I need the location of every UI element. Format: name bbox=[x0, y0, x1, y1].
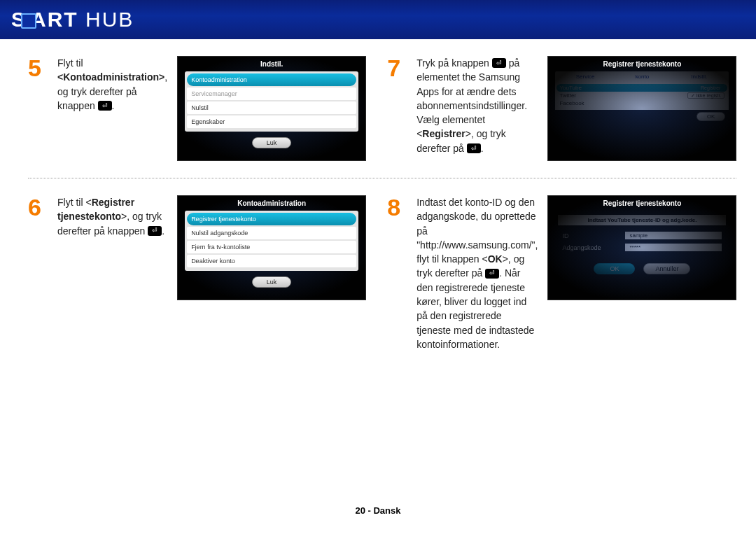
luk-button[interactable]: Luk bbox=[252, 276, 292, 288]
step-8: 8 Indtast det konto-ID og den adgangskod… bbox=[387, 195, 736, 351]
step-text: Flyt til <Kontoadministration>, og tryk … bbox=[57, 56, 167, 113]
step-text: Indtast det konto-ID og den adgangskode,… bbox=[416, 195, 538, 351]
step-5: 5 Flyt til <Kontoadministration>, og try… bbox=[28, 56, 366, 161]
id-label: ID bbox=[562, 232, 625, 239]
ok-button[interactable]: OK bbox=[594, 263, 635, 274]
annuller-button[interactable]: Annuller bbox=[643, 263, 690, 274]
ikke-registr-badge: ✓ Ikke registr. bbox=[687, 92, 725, 99]
step-number: 7 bbox=[387, 56, 407, 80]
dialog-title: Kontoadministration bbox=[178, 196, 365, 209]
step-text: Flyt til <Registrer tjenestekonto>, og t… bbox=[57, 195, 167, 238]
password-field-row: Adgangskode ***** bbox=[548, 241, 736, 253]
step-number: 6 bbox=[28, 195, 48, 219]
table-header: Service konto Indstil. bbox=[555, 71, 729, 82]
registrer-pill[interactable]: Registrer bbox=[696, 85, 724, 91]
menu-list: Kontoadministration Servicemanager Nulst… bbox=[185, 71, 358, 132]
screenshot-indtast-id: Registrer tjenestekonto Indtast YouTube … bbox=[547, 195, 736, 300]
table-row[interactable]: Twitter ✓ Ikke registr. bbox=[556, 92, 727, 99]
menu-item-servicemanager[interactable]: Servicemanager bbox=[187, 87, 356, 100]
logo-block-icon bbox=[21, 13, 36, 29]
step-text: Tryk på knappen ⏎ på elementet the Samsu… bbox=[416, 56, 538, 155]
menu-item-nulstil[interactable]: Nulstil bbox=[187, 101, 356, 114]
enter-button-icon: ⏎ bbox=[467, 143, 481, 153]
table-row[interactable]: YouTube Registrer bbox=[556, 84, 727, 92]
enter-button-icon: ⏎ bbox=[98, 101, 112, 111]
step-7: 7 Tryk på knappen ⏎ på elementet the Sam… bbox=[387, 56, 736, 161]
screenshot-registrer-tjenestekonto: Registrer tjenestekonto Service konto In… bbox=[547, 56, 736, 161]
menu-item-registrer[interactable]: Registrer tjenestekonto bbox=[187, 213, 356, 225]
id-field-row: ID sample bbox=[548, 230, 736, 241]
luk-button[interactable]: Luk bbox=[252, 137, 292, 148]
ok-button[interactable]: OK bbox=[696, 112, 726, 121]
page-title: SART HUB bbox=[11, 8, 134, 31]
menu-list: Registrer tjenestekonto Nulstil adgangsk… bbox=[185, 211, 358, 271]
password-value[interactable]: ***** bbox=[625, 244, 722, 251]
page-footer: 20 - Dansk bbox=[0, 505, 756, 516]
step-6: 6 Flyt til <Registrer tjenestekonto>, og… bbox=[28, 195, 366, 351]
step-number: 8 bbox=[387, 195, 407, 219]
step-number: 5 bbox=[28, 56, 48, 80]
screenshot-indstil: Indstil. Kontoadministration Servicemana… bbox=[177, 56, 366, 161]
screenshot-kontoadministration: Kontoadministration Registrer tjenesteko… bbox=[177, 195, 366, 300]
menu-item-fjern[interactable]: Fjern fra tv-kontoliste bbox=[187, 241, 356, 253]
dialog-title: Indstil. bbox=[178, 57, 365, 70]
enter-button-icon: ⏎ bbox=[485, 269, 499, 279]
enter-button-icon: ⏎ bbox=[492, 58, 506, 68]
dialog-title: Registrer tjenestekonto bbox=[548, 196, 736, 209]
password-label: Adgangskode bbox=[562, 244, 625, 251]
enter-button-icon: ⏎ bbox=[148, 226, 162, 236]
dialog-title: Registrer tjenestekonto bbox=[548, 57, 736, 70]
service-table: YouTube Registrer Twitter ✓ Ikke registr… bbox=[555, 82, 729, 110]
page-header: SART HUB bbox=[0, 0, 756, 39]
menu-item-egenskaber[interactable]: Egenskaber bbox=[187, 115, 356, 128]
menu-item-deaktiver[interactable]: Deaktiver konto bbox=[187, 255, 356, 267]
table-row[interactable]: Facebook bbox=[556, 99, 727, 107]
menu-item-kontoadministration[interactable]: Kontoadministration bbox=[187, 73, 356, 86]
menu-item-nulstil-adgang[interactable]: Nulstil adgangskode bbox=[187, 227, 356, 239]
dialog-subtitle: Indtast YouTube tjeneste-ID og adg.kode. bbox=[558, 215, 726, 225]
divider bbox=[28, 178, 736, 178]
id-value[interactable]: sample bbox=[625, 232, 722, 239]
